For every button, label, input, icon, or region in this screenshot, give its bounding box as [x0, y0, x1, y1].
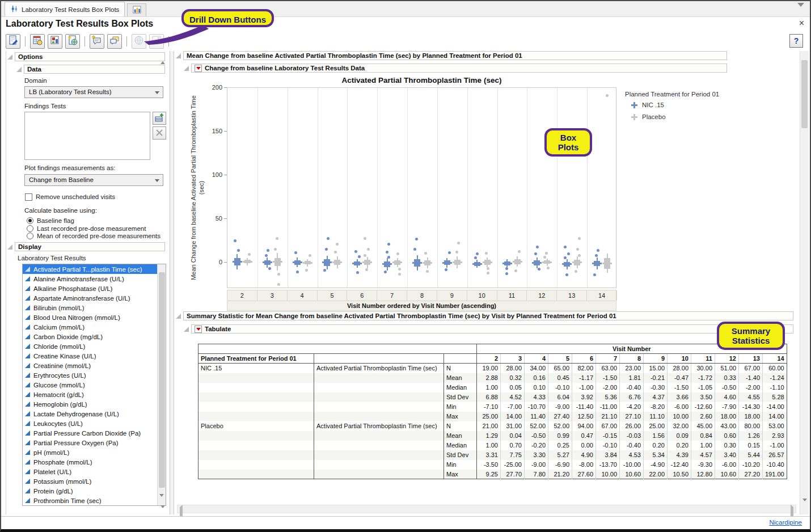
radio-button-icon[interactable]	[27, 233, 33, 239]
collapse-triangle-icon[interactable]	[7, 244, 12, 250]
lab-test-list-item[interactable]: Hematocrit (g/dL)	[23, 390, 157, 399]
domain-select[interactable]: LB (Laboratory Test Results)	[24, 86, 163, 98]
scroll-down-icon[interactable]	[159, 497, 164, 504]
grid-line	[587, 88, 588, 288]
tab-list-dropdown-icon[interactable]	[797, 7, 804, 17]
collapse-triangle-icon[interactable]	[7, 54, 12, 60]
options-header[interactable]: Options	[15, 52, 165, 61]
lab-test-list-item[interactable]: Creatinine (mmol/L)	[23, 361, 157, 370]
lab-test-list-item[interactable]: Prothrombin Time (sec)	[23, 496, 157, 505]
stat-label-cell: Std Dev	[444, 392, 477, 402]
notes-button[interactable]	[107, 34, 122, 49]
lab-test-list-item[interactable]: Potassium (mmol/L)	[23, 476, 157, 486]
lab-test-list-item[interactable]: Activated Partial T...plastin Time (sec)	[23, 264, 157, 274]
box-plot-median-line	[303, 262, 312, 264]
stat-value-cell: 67.00	[739, 364, 763, 373]
baseline-radio-option[interactable]: Mean of recorded pre-dose measurements	[27, 232, 160, 240]
continuous-variable-icon	[25, 402, 30, 407]
data-header[interactable]: Data	[24, 65, 165, 74]
table-row: Max9.2527.707.8021.2027.6010.0010.6022.0…	[198, 470, 787, 479]
nicardipine-link[interactable]: Nicardipine	[769, 519, 802, 526]
baseline-radio-option[interactable]: Last recorded pre-dose measurement	[27, 225, 146, 233]
lab-test-list-item[interactable]: Leukocytes (U/L)	[23, 419, 157, 428]
panel-scroll-up-icon[interactable]	[160, 54, 165, 61]
data-point	[277, 273, 280, 276]
boxplot-section-header[interactable]: Mean Change from baseline Activated Part…	[183, 51, 727, 60]
table-row: Median1.000.050.10-0.10-1.00-2.00-0.40-0…	[198, 383, 787, 392]
scroll-down-icon[interactable]	[802, 501, 807, 512]
lab-test-list-item[interactable]: Partial Pressure Carbon Dioxide (Pa)	[23, 428, 157, 438]
summary-section-header[interactable]: Summary Statistic for Mean Change from b…	[183, 311, 793, 320]
journal-button[interactable]	[48, 34, 62, 49]
lab-test-list-item[interactable]: Calcium (mmol/L)	[23, 322, 157, 332]
stat-value-cell: -7.10	[477, 402, 501, 412]
collapse-triangle-icon[interactable]	[16, 67, 22, 72]
red-triangle-menu-icon[interactable]	[195, 326, 202, 333]
collapse-triangle-icon[interactable]	[176, 53, 181, 58]
stat-value-cell: 94.00	[572, 421, 596, 431]
collapse-triangle-icon[interactable]	[184, 66, 189, 71]
red-triangle-menu-icon[interactable]	[195, 65, 202, 72]
lab-test-list-item[interactable]: Aspartate Aminotransferase (U/L)	[23, 293, 157, 303]
lab-test-list-item[interactable]: Protein (g/dL)	[23, 486, 157, 496]
add-note-button[interactable]	[90, 34, 104, 49]
lab-test-list-item[interactable]: Platelet (U/L)	[23, 467, 157, 476]
collapse-triangle-icon[interactable]	[184, 327, 189, 332]
collapse-triangle-icon[interactable]	[176, 314, 181, 319]
radio-label: Last recorded pre-dose measurement	[37, 225, 146, 232]
scrollbar-thumb[interactable]	[159, 272, 165, 488]
horizontal-scrollbar[interactable]	[177, 505, 796, 513]
stat-value-cell: 28.00	[501, 364, 525, 373]
help-button[interactable]: ?	[789, 34, 803, 48]
lab-test-list-item[interactable]: Phosphate (mmol/L)	[23, 457, 157, 467]
legend-label: NIC .15	[642, 102, 664, 108]
lab-test-list-item[interactable]: Hemoglobin (g/dL)	[23, 399, 157, 409]
display-header[interactable]: Display	[15, 242, 165, 251]
data-table-button[interactable]	[30, 34, 45, 49]
remove-tests-button[interactable]	[153, 126, 166, 140]
lab-test-list-item[interactable]: Glucose (mmol/L)	[23, 380, 157, 390]
scrollbar-thumb[interactable]	[801, 60, 808, 128]
stat-value-cell: 21.20	[548, 470, 572, 479]
lab-test-list-item[interactable]: Bilirubin (mmol/L)	[23, 303, 157, 313]
lab-test-list-item[interactable]: pH (mmol/L)	[23, 447, 157, 457]
stat-value-cell: 67.00	[596, 421, 620, 431]
legend-entry[interactable]: Placebo	[631, 112, 719, 121]
plot-as-select[interactable]: Change from Baseline	[24, 174, 163, 186]
list-scrollbar[interactable]	[157, 264, 166, 505]
lab-test-list-item[interactable]: Lactate Dehydrogenase (U/L)	[23, 409, 157, 419]
findings-tests-listbox[interactable]	[24, 112, 150, 160]
baseline-radio-option[interactable]: Baseline flag	[27, 217, 74, 225]
lab-test-list-item[interactable]: Partial Pressure Oxygen (Pa)	[23, 438, 157, 447]
continuous-variable-icon	[25, 334, 30, 339]
stat-value-cell: 2.88	[477, 373, 501, 383]
panel-scroll-down-icon[interactable]	[160, 508, 165, 515]
lab-test-label: Aspartate Aminotransferase (U/L)	[33, 295, 130, 302]
add-tests-button[interactable]	[153, 112, 166, 125]
radio-button-icon[interactable]	[27, 217, 33, 224]
lab-test-list-item[interactable]: Chloride (mmol/L)	[23, 341, 157, 351]
lab-test-list-item[interactable]: Creatine Kinase (U/L)	[23, 351, 157, 361]
tab-chart[interactable]	[127, 3, 146, 16]
report-button[interactable]	[6, 34, 20, 49]
stat-value-cell: -9.00	[525, 460, 548, 470]
legend-entry[interactable]: NIC .15	[631, 100, 719, 109]
data-point	[309, 254, 311, 257]
stat-value-cell: 6.88	[477, 392, 501, 402]
remove-unscheduled-checkbox[interactable]	[25, 193, 32, 201]
continuous-variable-icon	[25, 305, 30, 310]
plot-area[interactable]	[227, 87, 616, 288]
lab-test-list-item[interactable]: Erythrocytes (U/L)	[23, 370, 157, 380]
web-report-button[interactable]	[65, 34, 80, 49]
data-point	[413, 248, 416, 251]
radio-button-icon[interactable]	[27, 225, 33, 232]
panel-splitter[interactable]	[170, 51, 174, 514]
close-icon[interactable]: ×	[799, 19, 804, 28]
lab-test-list-item[interactable]: Carbon Dioxide (mg/dL)	[23, 332, 157, 341]
lab-test-list-item[interactable]: Alkaline Phosphatase (U/L)	[23, 284, 157, 293]
tab-lab-results-box-plots[interactable]: Laboratory Test Results Box Plots	[5, 2, 125, 16]
vertical-scrollbar[interactable]	[800, 51, 809, 514]
lab-test-list-item[interactable]: Blood Urea Nitrogen (mmol/L)	[23, 313, 157, 322]
stat-value-cell: 18.00	[739, 412, 763, 421]
lab-test-list-item[interactable]: Alanine Aminotransferase (U/L)	[23, 274, 157, 284]
